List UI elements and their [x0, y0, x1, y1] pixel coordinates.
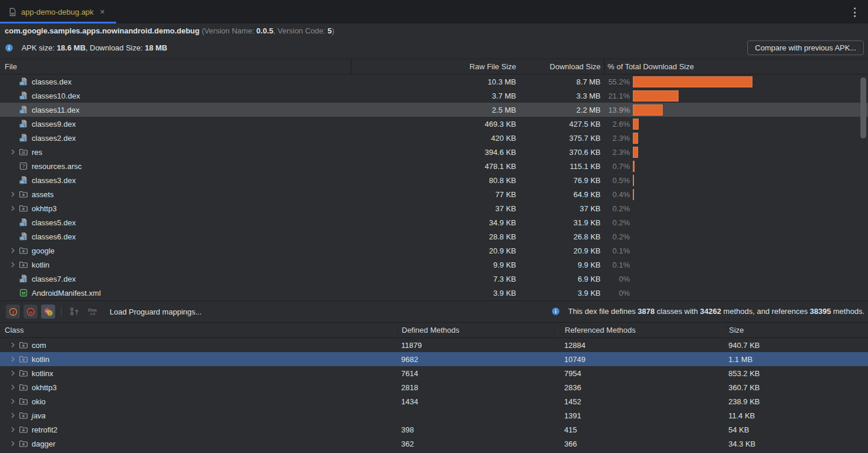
pct-bar: [633, 76, 752, 87]
node-label: classes7.dex: [32, 275, 76, 283]
folder-icon: [19, 260, 29, 269]
tree-indent-spacer: [7, 91, 19, 100]
raw-file-size: 2.5 MB: [351, 106, 522, 114]
pct-cell: 0.2%: [604, 229, 868, 244]
class-row[interactable]: okio14341452238.9 KB: [0, 394, 868, 408]
tree-name-cell: google: [0, 244, 351, 258]
kebab-menu-icon[interactable]: [850, 8, 859, 17]
package-folder-icon: [19, 425, 29, 434]
tab-close-icon[interactable]: ×: [100, 7, 105, 16]
file-row[interactable]: 01classes2.dex420 KB375.7 KB2.3%: [0, 131, 868, 145]
pct-value: 0.2%: [604, 232, 630, 241]
tree-name-cell: okio: [0, 394, 394, 408]
download-size-value: 18 MB: [145, 43, 167, 52]
raw-file-size: 478.1 KB: [351, 162, 522, 171]
node-label: okio: [32, 397, 46, 406]
file-row[interactable]: ?resources.arsc478.1 KB115.1 KB0.7%: [0, 159, 868, 173]
chevron-right-icon[interactable]: [7, 204, 19, 213]
file-row[interactable]: 01classes6.dex28.8 KB26.8 KB0.2%: [0, 229, 868, 244]
node-label: classes2.dex: [32, 134, 76, 143]
column-header-size[interactable]: Size: [721, 323, 868, 337]
file-row[interactable]: kotlin9.9 KB9.9 KB0.1%: [0, 258, 868, 272]
compare-previous-apk-button[interactable]: Compare with previous APK...: [747, 40, 864, 55]
chevron-right-icon[interactable]: [7, 425, 19, 434]
show-fields-toggle[interactable]: f: [6, 305, 20, 319]
file-row[interactable]: assets77 KB64.9 KB0.4%: [0, 187, 868, 201]
chevron-right-icon[interactable]: [7, 354, 19, 364]
chevron-right-icon[interactable]: [7, 260, 19, 269]
download-size: 76.9 KB: [522, 176, 604, 185]
chevron-right-icon[interactable]: [7, 439, 19, 448]
chevron-right-icon[interactable]: [7, 383, 19, 392]
expand-tree-button[interactable]: [67, 305, 82, 319]
file-row[interactable]: res394.6 KB370.6 KB2.3%: [0, 145, 868, 159]
chevron-right-icon[interactable]: [7, 190, 19, 199]
file-row[interactable]: 01classes3.dex80.8 KB76.9 KB0.5%: [0, 173, 868, 187]
class-row[interactable]: com1187912884940.7 KB: [0, 338, 868, 352]
column-header-raw-file-size[interactable]: Raw File Size: [351, 59, 522, 74]
chevron-right-icon[interactable]: [7, 340, 19, 350]
apk-analyzer-window: app-demo-debug.apk × com.google.samples.…: [0, 0, 868, 453]
file-row[interactable]: 01classes.dex10.3 MB8.7 MB55.2%: [0, 75, 868, 89]
class-row[interactable]: kotlin9682107491.1 MB: [0, 352, 868, 366]
load-proguard-mappings-button[interactable]: Load Proguard mappings...: [110, 307, 202, 316]
file-row[interactable]: okhttp337 KB37 KB0.2%: [0, 201, 868, 215]
chevron-right-icon[interactable]: [7, 246, 19, 255]
class-row[interactable]: kotlinx76147954853.2 KB: [0, 366, 868, 380]
manifest-file-icon: M: [19, 288, 29, 298]
pct-cell: 0.4%: [604, 187, 868, 201]
column-header-defined-methods[interactable]: Defined Methods: [394, 323, 557, 337]
node-label: classes10.dex: [32, 92, 80, 100]
download-size: 64.9 KB: [522, 190, 604, 199]
show-methods-toggle[interactable]: m: [23, 305, 38, 319]
chevron-right-icon[interactable]: [7, 369, 19, 378]
svg-text:a.b: a.b: [90, 312, 95, 316]
file-row[interactable]: 01classes10.dex3.7 MB3.3 MB21.1%: [0, 89, 868, 103]
file-row[interactable]: google20.9 KB20.9 KB0.1%: [0, 244, 868, 258]
chevron-right-icon[interactable]: [7, 147, 19, 157]
tab-apk-file[interactable]: app-demo-debug.apk ×: [0, 0, 116, 23]
file-row[interactable]: MAndroidManifest.xml3.9 KB3.9 KB0%: [0, 286, 868, 300]
tree-name-cell: java: [0, 408, 394, 422]
pct-cell: 0%: [604, 286, 868, 300]
file-row[interactable]: 01classes7.dex7.3 KB6.9 KB0%: [0, 272, 868, 286]
file-row[interactable]: 01classes5.dex34.9 KB31.9 KB0.2%: [0, 215, 868, 229]
raw-file-size: 37 KB: [351, 204, 522, 213]
tree-indent-spacer: [7, 175, 19, 185]
tree-name-cell: retrofit2: [0, 422, 394, 437]
pct-cell: 0%: [604, 272, 868, 286]
node-label: kotlinx: [32, 369, 53, 378]
pct-cell: 0.5%: [604, 173, 868, 187]
column-header-class[interactable]: Class: [0, 326, 394, 334]
file-row[interactable]: 01classes9.dex469.3 KB427.5 KB2.6%: [0, 117, 868, 131]
tree-name-cell: 01classes2.dex: [0, 131, 351, 145]
chevron-right-icon[interactable]: [7, 411, 19, 420]
node-label: okhttp3: [32, 383, 57, 392]
class-size: 238.9 KB: [721, 397, 868, 406]
raw-file-size: 10.3 MB: [351, 77, 522, 86]
show-referenced-toggle[interactable]: mf: [41, 305, 55, 319]
class-row[interactable]: okhttp328182836360.7 KB: [0, 380, 868, 394]
column-header-pct-total[interactable]: % of Total Download Size: [604, 59, 868, 74]
class-row[interactable]: dagger36236634.3 KB: [0, 437, 868, 451]
folder-icon: [19, 190, 29, 199]
node-label: res: [32, 148, 42, 157]
tree-name-cell: 01classes9.dex: [0, 117, 351, 131]
column-header-download-size[interactable]: Download Size: [522, 59, 604, 74]
column-header-referenced-methods[interactable]: Referenced Methods: [557, 323, 721, 337]
package-folder-icon: [19, 439, 29, 448]
pct-value: 0.7%: [604, 162, 630, 171]
mappings-folder-button[interactable]: a.b: [85, 305, 99, 319]
class-row[interactable]: java139111.4 KB: [0, 408, 868, 422]
file-row[interactable]: 01classes11.dex2.5 MB2.2 MB13.9%: [0, 103, 868, 117]
class-row[interactable]: retrofit239841554 KB: [0, 422, 868, 437]
defined-methods: 9682: [394, 355, 557, 364]
pct-value: 21.1%: [604, 92, 630, 100]
vertical-scrollbar[interactable]: [860, 77, 866, 138]
chevron-right-icon[interactable]: [7, 397, 19, 406]
folder-icon: [19, 147, 29, 157]
pct-cell: 0.1%: [604, 258, 868, 272]
defined-methods: 398: [394, 425, 557, 434]
column-header-file[interactable]: File: [0, 62, 351, 71]
pct-cell: 2.3%: [604, 131, 868, 145]
